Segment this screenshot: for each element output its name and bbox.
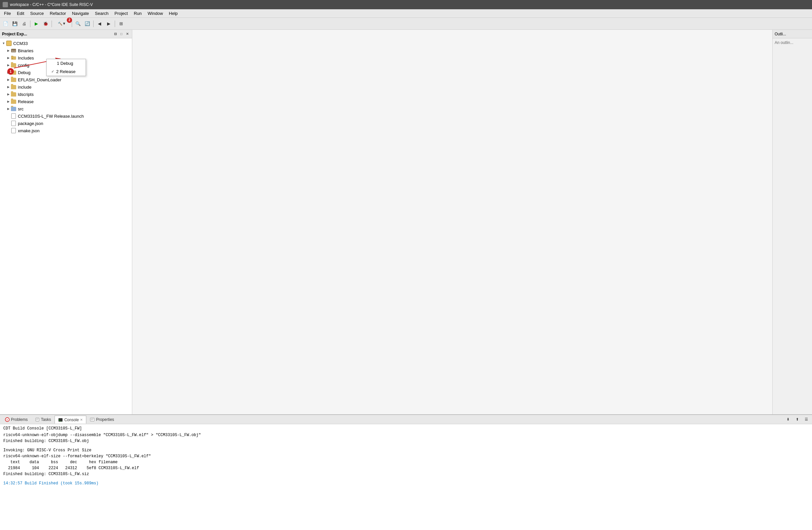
dropdown-label-release: 2 Release — [56, 69, 76, 74]
project-icon — [6, 41, 12, 46]
svg-rect-8 — [36, 418, 39, 421]
expand-arrow-release[interactable]: ▶ — [6, 99, 11, 104]
back-btn[interactable]: ◀ — [95, 19, 104, 28]
debug-btn[interactable]: 🐞 — [41, 19, 50, 28]
tree-label-ldscripts: ldscripts — [18, 92, 131, 97]
tree-label-ccm33: CCM33 — [13, 41, 131, 46]
console-tab-buttons: ⬇ ⬆ ☰ — [784, 415, 811, 424]
maximize-panel-btn[interactable]: □ — [119, 31, 124, 37]
sep1 — [30, 20, 30, 27]
menu-edit[interactable]: Edit — [14, 10, 27, 16]
console-up-btn[interactable]: ⬆ — [793, 415, 801, 424]
svg-rect-3 — [11, 56, 13, 57]
open-perspective-btn[interactable]: ⊞ — [117, 19, 125, 28]
outline-header: Outli... — [773, 30, 812, 38]
expand-arrow-eflash[interactable]: ▶ — [6, 77, 11, 82]
expand-arrow-ldscripts[interactable]: ▶ — [6, 92, 11, 97]
tab-console[interactable]: >_ Console ✕ — [55, 416, 86, 424]
problems-icon: ! — [5, 417, 10, 422]
console-blank-2 — [3, 477, 809, 481]
tab-tasks[interactable]: Tasks — [31, 416, 55, 424]
menu-search[interactable]: Search — [92, 10, 111, 16]
console-line-7: Finished building: CCM3310S-L_FW.siz — [3, 471, 809, 477]
close-panel-btn[interactable]: ✕ — [125, 31, 130, 37]
editor-area[interactable] — [132, 30, 772, 414]
outline-placeholder: An outlin... — [774, 40, 794, 45]
refresh-btn[interactable]: 🔄 — [83, 19, 91, 28]
console-blank-1 — [3, 444, 809, 447]
dropdown-item-debug[interactable]: 1 Debug — [47, 59, 86, 68]
console-build-title: CDT Build Console [CCM3310S-L_FW] — [3, 426, 809, 431]
svg-text:>_: >_ — [59, 419, 62, 421]
console-line-4: riscv64-unknown-elf-size --format=berkel… — [3, 453, 809, 459]
tab-console-label: Console — [64, 418, 79, 422]
src-folder-icon — [11, 106, 16, 111]
dropdown-item-release[interactable]: 2 Release — [47, 68, 86, 76]
expand-arrow-binaries[interactable]: ▶ — [6, 48, 11, 53]
tree-item-xmake[interactable]: ▶ xmake.json — [0, 127, 132, 134]
release-folder-icon — [11, 99, 16, 104]
app-icon — [3, 2, 8, 7]
launch-file-icon — [11, 113, 16, 119]
tree-item-src[interactable]: ▶ src — [0, 105, 132, 112]
config-folder-icon — [11, 62, 16, 68]
tab-problems[interactable]: ! Problems — [1, 416, 31, 424]
tasks-icon — [35, 417, 40, 422]
menu-help[interactable]: Help — [166, 10, 180, 16]
build-dropdown-container: 🔨▼ 2 — [54, 19, 70, 28]
search-toolbar-btn[interactable]: 🔍 — [74, 19, 82, 28]
menu-refactor[interactable]: Refactor — [47, 10, 69, 16]
panel-title: Project Exp... — [2, 32, 27, 37]
tree-label-launch: CCM3310S-L_FW Release.launch — [18, 114, 131, 119]
tree-item-binaries[interactable]: ▶ 010 Binaries — [0, 47, 132, 54]
menu-run[interactable]: Run — [131, 10, 144, 16]
console-line-1: riscv64-unknown-elf-objdump --disassembl… — [3, 432, 809, 438]
main-layout: Project Exp... ⊟ □ ✕ ▼ CCM33 ▶ — [0, 30, 812, 414]
console-line-build-finished: 14:32:57 Build Finished (took 15s.989ms) — [3, 481, 809, 486]
expand-arrow-includes[interactable]: ▶ — [6, 56, 11, 60]
tree-label-eflash: EFLASH_DownLoader — [18, 77, 131, 82]
expand-arrow-config[interactable]: ▶ — [6, 63, 11, 68]
save-btn[interactable]: 💾 — [11, 19, 19, 28]
expand-arrow-src[interactable]: ▶ — [6, 106, 11, 111]
expand-arrow-ccm33[interactable]: ▼ — [1, 41, 6, 46]
dropdown-label-debug: 1 Debug — [57, 61, 73, 66]
menu-project[interactable]: Project — [112, 10, 130, 16]
tree-item-ccm33[interactable]: ▼ CCM33 — [0, 40, 132, 47]
tree-label-package: package.json — [18, 121, 131, 126]
tree-item-release[interactable]: ▶ Release — [0, 98, 132, 105]
tree-item-eflash[interactable]: ▶ EFLASH_DownLoader — [0, 76, 132, 83]
tree-item-package[interactable]: ▶ package.json — [0, 120, 132, 127]
tab-properties-label: Properties — [96, 417, 114, 422]
menu-window[interactable]: Window — [145, 10, 165, 16]
run-btn[interactable]: ▶ — [32, 19, 41, 28]
panel-header-buttons: ⊟ □ ✕ — [113, 31, 130, 37]
tree-item-ldscripts[interactable]: ▶ ldscripts — [0, 90, 132, 98]
tree-label-binaries: Binaries — [18, 48, 131, 53]
tree-item-include[interactable]: ▶ include — [0, 83, 132, 90]
menu-file[interactable]: File — [1, 10, 14, 16]
console-menu-btn[interactable]: ☰ — [802, 415, 811, 424]
project-tree: ▼ CCM33 ▶ 010 Binaries — [0, 38, 132, 414]
menu-source[interactable]: Source — [27, 10, 46, 16]
console-down-btn[interactable]: ⬇ — [784, 415, 792, 424]
menu-navigate[interactable]: Navigate — [70, 10, 91, 16]
tab-tasks-label: Tasks — [41, 417, 51, 422]
sep2 — [52, 20, 52, 27]
tab-properties[interactable]: Properties — [86, 416, 118, 424]
print-btn[interactable]: 🖨 — [20, 19, 28, 28]
forward-btn[interactable]: ▶ — [104, 19, 113, 28]
new-btn[interactable]: 📄 — [1, 19, 10, 28]
title-text: workspace - C/C++ - C*Core IDE Suite RIS… — [10, 2, 93, 7]
console-content: CDT Build Console [CCM3310S-L_FW] riscv6… — [0, 424, 812, 530]
svg-text:010: 010 — [12, 50, 16, 52]
console-line-6: 21984 104 2224 24312 5ef8 CCM3310S-L_FW.… — [3, 465, 809, 471]
tree-item-launch[interactable]: ▶ CCM3310S-L_FW Release.launch — [0, 112, 132, 120]
console-tab-close[interactable]: ✕ — [80, 418, 83, 421]
minimize-panel-btn[interactable]: ⊟ — [113, 31, 118, 37]
console-line-3: Invoking: GNU RISC-V Cross Print Size — [3, 447, 809, 453]
tree-label-release: Release — [18, 99, 131, 104]
console-line-2: Finished building: CCM3310S-L_FW.obj — [3, 438, 809, 444]
badge-2: 2 — [67, 17, 72, 23]
expand-arrow-include[interactable]: ▶ — [6, 85, 11, 89]
